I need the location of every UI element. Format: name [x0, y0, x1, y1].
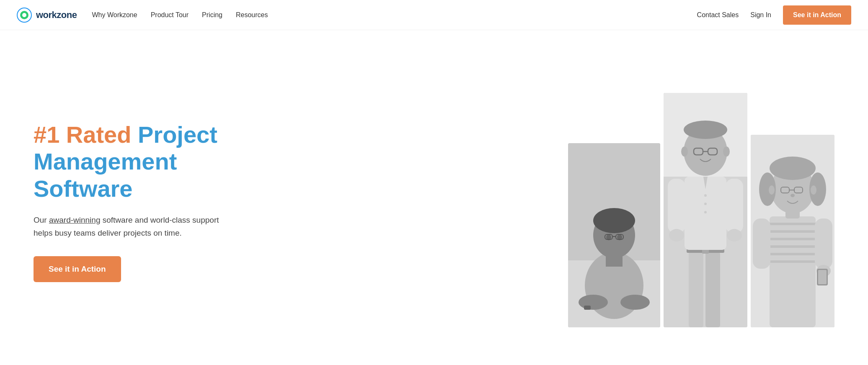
- svg-point-2: [22, 13, 26, 17]
- person-2-svg: [664, 93, 747, 327]
- nav-cta-button[interactable]: See it in Action: [783, 5, 851, 25]
- person-1-svg: [568, 143, 660, 327]
- nav-resources[interactable]: Resources: [236, 11, 268, 19]
- svg-rect-28: [668, 179, 685, 233]
- nav-pricing[interactable]: Pricing: [202, 11, 222, 19]
- svg-rect-19: [689, 252, 703, 327]
- svg-point-62: [811, 185, 816, 195]
- svg-rect-63: [785, 209, 800, 218]
- svg-point-38: [723, 147, 730, 157]
- svg-rect-46: [770, 253, 816, 255]
- nav-links: Why Workzone Product Tour Pricing Resour…: [92, 11, 268, 19]
- svg-point-7: [593, 208, 635, 233]
- svg-rect-44: [770, 238, 816, 240]
- svg-point-33: [684, 121, 727, 139]
- svg-rect-41: [770, 216, 816, 327]
- logo-area[interactable]: workzone: [17, 8, 77, 23]
- svg-rect-8: [606, 254, 623, 267]
- svg-point-31: [727, 229, 742, 242]
- svg-point-15: [620, 295, 650, 310]
- brand-name: workzone: [36, 10, 77, 21]
- navbar: workzone Why Workzone Product Tour Prici…: [0, 0, 868, 30]
- workzone-logo-icon: [17, 8, 32, 23]
- nav-left: workzone Why Workzone Product Tour Prici…: [17, 8, 268, 23]
- svg-point-37: [681, 147, 688, 157]
- hero-cta-button[interactable]: See it in Action: [34, 256, 121, 282]
- svg-rect-45: [770, 245, 816, 248]
- svg-rect-47: [770, 260, 816, 263]
- hero-section: #1 Rated Project Management Software Our…: [0, 30, 868, 365]
- hero-subtitle: Our award-winning software and world-cla…: [34, 214, 226, 239]
- hero-title: #1 Rated Project Management Software: [34, 121, 251, 202]
- hero-image-panel-2: [664, 93, 747, 327]
- svg-rect-16: [584, 306, 591, 310]
- nav-why-workzone[interactable]: Why Workzone: [92, 11, 137, 19]
- nav-contact-sales[interactable]: Contact Sales: [697, 11, 739, 19]
- nav-product-tour[interactable]: Product Tour: [151, 11, 189, 19]
- hero-subtitle-link[interactable]: award-winning: [49, 216, 101, 224]
- hero-title-highlight: #1 Rated: [34, 121, 131, 148]
- hero-content: #1 Rated Project Management Software Our…: [34, 121, 251, 282]
- person-3-svg: [751, 135, 834, 327]
- hero-image-panel-3: [751, 135, 834, 327]
- svg-rect-49: [815, 218, 832, 269]
- svg-point-26: [704, 203, 707, 205]
- svg-point-61: [769, 185, 775, 195]
- hero-subtitle-prefix: Our: [34, 216, 49, 224]
- svg-point-54: [770, 157, 816, 180]
- hero-image-panel-1: [568, 143, 660, 327]
- nav-sign-in[interactable]: Sign In: [750, 11, 771, 19]
- svg-rect-52: [818, 270, 827, 284]
- svg-rect-42: [770, 223, 816, 225]
- svg-point-60: [790, 194, 795, 197]
- hero-images: [568, 59, 834, 327]
- svg-rect-48: [753, 218, 770, 269]
- svg-point-30: [669, 229, 684, 242]
- svg-rect-43: [770, 230, 816, 233]
- svg-rect-20: [705, 252, 720, 327]
- svg-point-14: [579, 295, 608, 310]
- nav-right: Contact Sales Sign In See it in Action: [697, 5, 851, 25]
- svg-rect-29: [726, 179, 743, 233]
- svg-point-25: [704, 194, 707, 197]
- svg-point-27: [704, 211, 707, 213]
